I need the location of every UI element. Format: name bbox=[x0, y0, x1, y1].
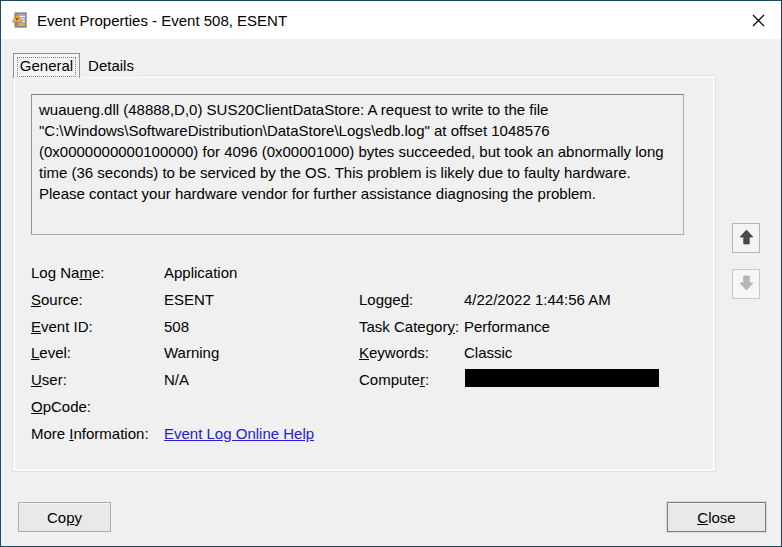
event-log-online-help-link[interactable]: Event Log Online Help bbox=[164, 425, 314, 442]
logged-value: 4/22/2022 1:44:56 AM bbox=[464, 291, 611, 308]
event-id-label: Event ID: bbox=[31, 318, 93, 335]
level-label: Level: bbox=[31, 344, 71, 361]
tab-general[interactable]: General bbox=[13, 53, 80, 78]
opcode-label: OpCode: bbox=[31, 398, 91, 415]
keywords-value: Classic bbox=[464, 344, 512, 361]
event-description-text: wuaueng.dll (48888,D,0) SUS20ClientDataS… bbox=[39, 101, 664, 202]
user-label: User: bbox=[31, 371, 67, 388]
level-value: Warning bbox=[164, 344, 219, 361]
computer-value-redaction-bar bbox=[465, 369, 659, 387]
copy-button-label: Copy bbox=[47, 509, 82, 526]
source-label: Source: bbox=[31, 291, 83, 308]
arrow-down-icon bbox=[739, 275, 754, 294]
previous-event-button[interactable] bbox=[732, 223, 760, 253]
title-bar[interactable]: Event Properties - Event 508, ESENT bbox=[1, 1, 781, 39]
event-log-warning-icon bbox=[12, 12, 28, 28]
close-icon[interactable] bbox=[735, 1, 781, 39]
tab-focus-rect bbox=[17, 57, 76, 77]
close-button-label: Close bbox=[697, 509, 735, 526]
logged-label: Logged: bbox=[359, 291, 413, 308]
general-tab-page: wuaueng.dll (48888,D,0) SUS20ClientDataS… bbox=[13, 76, 715, 471]
tab-details[interactable]: Details bbox=[82, 56, 140, 77]
copy-button[interactable]: Copy bbox=[18, 502, 111, 532]
arrow-up-icon bbox=[739, 229, 754, 248]
next-event-button[interactable] bbox=[732, 269, 760, 299]
event-description-box[interactable]: wuaueng.dll (48888,D,0) SUS20ClientDataS… bbox=[31, 94, 684, 235]
event-properties-window: Event Properties - Event 508, ESENT Gene… bbox=[0, 0, 782, 547]
task-category-value: Performance bbox=[464, 318, 550, 335]
log-name-value: Application bbox=[164, 264, 237, 281]
event-id-value: 508 bbox=[164, 318, 189, 335]
user-value: N/A bbox=[164, 371, 189, 388]
window-title: Event Properties - Event 508, ESENT bbox=[37, 12, 287, 29]
computer-label: Computer: bbox=[359, 371, 429, 388]
tab-details-label: Details bbox=[88, 57, 134, 74]
log-name-label: Log Name: bbox=[31, 264, 104, 281]
keywords-label: Keywords: bbox=[359, 344, 429, 361]
source-value: ESENT bbox=[164, 291, 214, 308]
close-button[interactable]: Close bbox=[667, 502, 766, 532]
more-information-label: More Information: bbox=[31, 425, 149, 442]
task-category-label: Task Category: bbox=[359, 318, 459, 335]
